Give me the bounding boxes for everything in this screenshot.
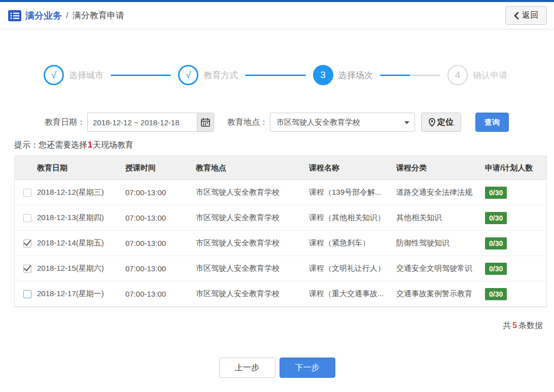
- hint-remaining-days: 1: [87, 140, 93, 149]
- row-course: 课程（重大交通事故...: [309, 289, 396, 299]
- summary-count: 5: [511, 321, 518, 330]
- sessions-table: 教育日期 授课时间 教育地点 课程名称 课程分类 申请/计划人数 2018-12…: [14, 156, 547, 307]
- hint-prefix: 提示：您还需要选择: [14, 140, 87, 149]
- record-count-summary: 共5条数据: [0, 320, 543, 331]
- step-indicator: √ 选择城市 √ 教育方式 3 选择场次 4 确认申请: [44, 65, 507, 85]
- row-category: 防御性驾驶知识: [396, 238, 485, 248]
- row-time: 07:00-13:00: [125, 239, 196, 247]
- row-course: 课程（其他相关知识）: [309, 213, 396, 223]
- capacity-badge: 0/30: [485, 237, 507, 250]
- list-icon: [8, 10, 21, 22]
- caret-down-icon: [404, 121, 409, 124]
- row-checkbox[interactable]: [23, 239, 31, 247]
- capacity-badge: 0/30: [485, 288, 507, 300]
- step-connector: [111, 75, 171, 76]
- education-place-label: 教育地点：: [227, 117, 268, 128]
- back-button[interactable]: 返回: [505, 6, 547, 25]
- wizard-actions: 上一步 下一步: [0, 358, 554, 378]
- hint-suffix: 天现场教育: [93, 140, 133, 149]
- date-range-input[interactable]: [87, 113, 197, 132]
- back-button-label: 返回: [522, 10, 538, 21]
- step-1-label: 选择城市: [69, 69, 103, 81]
- row-course: 课程（文明礼让行人）: [309, 264, 396, 273]
- previous-step-button[interactable]: 上一步: [219, 358, 275, 378]
- calendar-icon: [201, 118, 210, 127]
- breadcrumb: 满分业务 / 满分教育申请: [8, 10, 124, 22]
- locate-button[interactable]: 定位: [421, 113, 461, 132]
- row-place: 市区驾驶人安全教育学校: [196, 188, 309, 197]
- step-4-label: 确认申请: [473, 69, 507, 81]
- capacity-badge: 0/30: [485, 212, 507, 224]
- capacity-badge: 0/30: [485, 187, 507, 199]
- step-3-label: 选择场次: [338, 69, 373, 81]
- table-row: 2018-12-17(星期一) 07:00-13:00 市区驾驶人安全教育学校 …: [15, 281, 546, 307]
- row-date: 2018-12-14(星期五): [37, 238, 125, 248]
- row-checkbox[interactable]: [23, 214, 31, 222]
- chevron-left-icon: [514, 12, 519, 19]
- step-select-city: √ 选择城市: [44, 65, 103, 85]
- row-time: 07:00-13:00: [125, 213, 196, 222]
- breadcrumb-separator: /: [66, 11, 68, 21]
- column-header-category: 课程分类: [396, 163, 485, 173]
- column-header-date: 教育日期: [37, 163, 125, 173]
- calendar-button[interactable]: [197, 113, 214, 132]
- table-row: 2018-12-14(星期五) 07:00-13:00 市区驾驶人安全教育学校 …: [15, 231, 546, 256]
- page-header: 满分业务 / 满分教育申请 返回: [0, 2, 554, 29]
- row-time: 07:00-13:00: [125, 290, 196, 298]
- breadcrumb-section[interactable]: 满分业务: [25, 10, 62, 22]
- step-2-circle: √: [178, 65, 198, 85]
- column-header-time: 授课时间: [125, 163, 196, 173]
- breadcrumb-current-page: 满分教育申请: [73, 10, 124, 21]
- row-course: 课程（139号部令解...: [309, 188, 396, 197]
- step-select-session: 3 选择场次: [313, 65, 373, 85]
- step-3-circle: 3: [313, 65, 333, 85]
- row-place: 市区驾驶人安全教育学校: [196, 289, 309, 299]
- summary-prefix: 共: [503, 321, 511, 330]
- row-checkbox[interactable]: [23, 290, 31, 298]
- table-row: 2018-12-13(星期四) 07:00-13:00 市区驾驶人安全教育学校 …: [15, 205, 546, 231]
- row-date: 2018-12-17(星期一): [37, 289, 125, 299]
- row-category: 交通事故案例警示教育: [396, 289, 485, 299]
- filter-bar: 教育日期： 教育地点： 市区驾驶人安全教育学校: [45, 113, 554, 132]
- row-time: 07:00-13:00: [125, 264, 196, 273]
- row-category: 交通安全文明驾驶常识: [396, 264, 485, 273]
- step-4-circle: 4: [447, 65, 468, 85]
- capacity-badge: 0/30: [485, 263, 507, 275]
- row-time: 07:00-13:00: [125, 188, 196, 197]
- step-connector: [380, 75, 440, 76]
- hint-text: 提示：您还需要选择1天现场教育: [14, 140, 554, 151]
- step-education-mode: √ 教育方式: [178, 65, 238, 85]
- education-date-label: 教育日期：: [45, 117, 85, 128]
- education-place-selected-value: 市区驾驶人安全教育学校: [276, 118, 360, 127]
- column-header-place: 教育地点: [196, 163, 309, 173]
- date-range-group: [87, 113, 214, 132]
- next-step-button[interactable]: 下一步: [280, 358, 335, 378]
- step-connector: [245, 75, 305, 76]
- location-pin-icon: [429, 118, 435, 127]
- column-header-count: 申请/计划人数: [485, 163, 546, 173]
- row-category: 其他相关知识: [396, 213, 485, 223]
- step-1-circle: √: [44, 65, 64, 85]
- row-place: 市区驾驶人安全教育学校: [196, 264, 309, 273]
- row-date: 2018-12-15(星期六): [37, 264, 125, 273]
- education-place-select[interactable]: 市区驾驶人安全教育学校: [270, 113, 415, 132]
- row-course: 课程（紧急刹车）: [309, 238, 396, 248]
- row-date: 2018-12-12(星期三): [37, 188, 125, 197]
- column-header-course: 课程名称: [309, 163, 396, 173]
- table-row: 2018-12-12(星期三) 07:00-13:00 市区驾驶人安全教育学校 …: [15, 180, 546, 205]
- row-place: 市区驾驶人安全教育学校: [196, 238, 309, 248]
- table-row: 2018-12-15(星期六) 07:00-13:00 市区驾驶人安全教育学校 …: [15, 256, 546, 281]
- row-category: 道路交通安全法律法规: [396, 188, 485, 197]
- step-2-label: 教育方式: [203, 69, 238, 81]
- row-checkbox[interactable]: [23, 189, 31, 197]
- row-place: 市区驾驶人安全教育学校: [196, 213, 309, 223]
- search-button[interactable]: 查询: [475, 113, 509, 132]
- table-header-row: 教育日期 授课时间 教育地点 课程名称 课程分类 申请/计划人数: [15, 156, 546, 180]
- row-checkbox[interactable]: [23, 265, 31, 273]
- locate-button-label: 定位: [437, 117, 454, 128]
- summary-suffix: 条数据: [518, 321, 543, 330]
- row-date: 2018-12-13(星期四): [37, 213, 125, 223]
- step-confirm-apply: 4 确认申请: [447, 65, 507, 85]
